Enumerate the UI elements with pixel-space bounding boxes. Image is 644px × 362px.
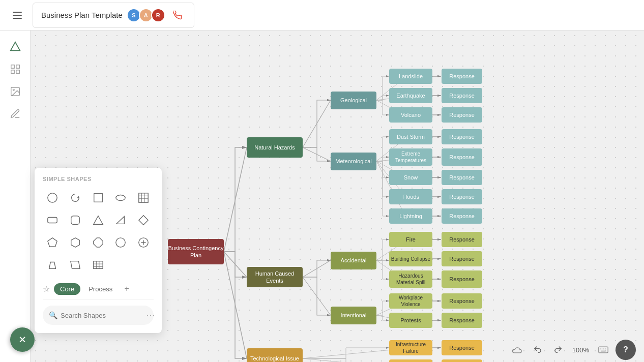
menu-button[interactable] <box>8 6 26 24</box>
shape-circle[interactable] <box>43 188 62 207</box>
svg-marker-3 <box>10 42 19 51</box>
favorites-star-icon[interactable]: ☆ <box>43 284 50 294</box>
node-fire[interactable]: Fire <box>389 232 432 247</box>
shape-circle-2[interactable] <box>111 233 130 252</box>
shape-hexagon[interactable] <box>66 233 85 252</box>
shape-diamond[interactable] <box>134 210 153 230</box>
image-sidebar-icon[interactable] <box>5 81 25 102</box>
shapes-grid <box>43 188 154 275</box>
node-geological[interactable]: Geological <box>331 92 376 109</box>
shapes-panel-tabs: ☆ Core Process + <box>43 283 154 299</box>
response-5[interactable]: Response <box>442 148 482 166</box>
shape-right-triangle[interactable] <box>111 210 130 230</box>
response-9[interactable]: Response <box>442 232 482 247</box>
draw-sidebar-icon[interactable] <box>5 104 25 124</box>
response-12[interactable]: Response <box>442 293 482 309</box>
svg-rect-7 <box>16 70 19 73</box>
node-lightning[interactable]: Lightning <box>389 208 432 224</box>
tab-process[interactable]: Process <box>82 283 119 295</box>
shape-ellipse[interactable] <box>111 188 130 207</box>
call-button[interactable] <box>169 7 186 23</box>
response-8[interactable]: Response <box>442 208 482 224</box>
node-building-collapse[interactable]: Building Collapse <box>389 251 432 266</box>
search-icon: 🔍 <box>49 311 57 319</box>
header: Business Plan Template S A R <box>0 0 644 31</box>
svg-rect-5 <box>16 65 19 68</box>
response-10[interactable]: Response <box>442 251 482 266</box>
shape-square[interactable] <box>89 188 108 207</box>
svg-marker-62 <box>71 238 80 247</box>
search-more-icon[interactable]: ⋯ <box>146 310 155 321</box>
node-workplace-violence[interactable]: Workplace Violence <box>389 293 432 309</box>
svg-marker-61 <box>48 238 57 247</box>
response-13[interactable]: Response <box>442 313 482 328</box>
svg-marker-59 <box>116 217 125 224</box>
svg-point-48 <box>48 193 57 202</box>
shape-parallelogram[interactable] <box>66 255 85 275</box>
svg-rect-4 <box>11 65 14 68</box>
svg-rect-2 <box>13 18 22 19</box>
shape-octagon[interactable] <box>89 233 108 252</box>
svg-rect-49 <box>94 194 102 202</box>
node-natural-hazards[interactable]: Natural Hazards <box>247 137 303 158</box>
svg-rect-1 <box>13 15 22 16</box>
search-shapes-box: 🔍 ⋯ <box>43 306 154 325</box>
node-root[interactable]: Business Contingency Plan <box>168 239 224 264</box>
svg-point-64 <box>116 238 125 247</box>
title-bar: Business Plan Template S A R <box>33 3 194 28</box>
document-title: Business Plan Template <box>41 11 123 19</box>
response-1[interactable]: Response <box>442 69 482 84</box>
node-snow[interactable]: Snow <box>389 170 432 185</box>
tab-core[interactable]: Core <box>54 283 80 295</box>
shape-table-2[interactable] <box>89 255 108 275</box>
shapes-section-title: SIMPLE SHAPES <box>43 176 154 182</box>
node-earthquake[interactable]: Earthquake <box>389 88 432 103</box>
response-6[interactable]: Response <box>442 170 482 185</box>
keyboard-icon[interactable] <box>595 342 611 358</box>
node-dust-storm[interactable]: Dust Storm <box>389 129 432 144</box>
left-sidebar <box>0 31 31 362</box>
node-extreme-temp[interactable]: Extreme Temperatures <box>389 148 432 166</box>
cloud-icon[interactable] <box>509 342 525 358</box>
node-floods[interactable]: Floods <box>389 189 432 204</box>
svg-marker-58 <box>93 216 102 225</box>
svg-rect-51 <box>139 193 148 202</box>
shape-partial-circle[interactable] <box>66 188 85 207</box>
svg-rect-57 <box>71 216 80 225</box>
node-volcano[interactable]: Volcano <box>389 107 432 123</box>
collaborators: S A R <box>129 8 165 22</box>
shape-plus[interactable] <box>134 233 153 252</box>
help-button[interactable]: ? <box>616 340 636 360</box>
svg-rect-70 <box>93 261 102 269</box>
svg-point-50 <box>116 195 125 201</box>
node-hazardous[interactable]: Hazardous Material Spill <box>389 270 432 288</box>
zoom-level: 100% <box>570 346 591 354</box>
shape-rounded-rect[interactable] <box>43 210 62 230</box>
node-meteorological[interactable]: Meteorological <box>331 153 376 170</box>
shapes-sidebar-icon[interactable] <box>5 37 25 57</box>
tab-add-button[interactable]: + <box>121 283 133 295</box>
response-3[interactable]: Response <box>442 107 482 123</box>
node-accidental[interactable]: Accidental <box>331 252 376 269</box>
redo-button[interactable] <box>550 342 566 358</box>
svg-rect-56 <box>48 218 57 223</box>
grid-sidebar-icon[interactable] <box>5 59 25 79</box>
shape-rounded-rect-2[interactable] <box>66 210 85 230</box>
node-landslide[interactable]: Landslide <box>389 69 432 84</box>
shape-trapezoid[interactable] <box>43 255 62 275</box>
response-2[interactable]: Response <box>442 88 482 103</box>
response-7[interactable]: Response <box>442 189 482 204</box>
svg-marker-60 <box>139 216 148 225</box>
node-intentional[interactable]: Intentional <box>331 307 376 324</box>
search-shapes-input[interactable] <box>61 312 146 319</box>
node-protests[interactable]: Protests <box>389 313 432 328</box>
svg-rect-6 <box>11 70 14 73</box>
shape-triangle[interactable] <box>89 210 108 230</box>
response-4[interactable]: Response <box>442 129 482 144</box>
shape-pentagon[interactable] <box>43 233 62 252</box>
node-human-caused[interactable]: Human Caused Events <box>247 267 303 287</box>
shape-table[interactable] <box>134 188 153 207</box>
response-11[interactable]: Response <box>442 270 482 288</box>
svg-rect-0 <box>13 12 22 13</box>
undo-button[interactable] <box>530 342 546 358</box>
